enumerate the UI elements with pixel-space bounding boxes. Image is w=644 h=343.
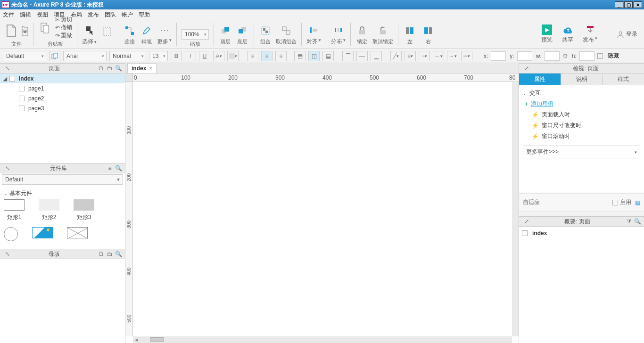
valign-top[interactable]: ⬒ [294, 51, 305, 61]
shape-ellipse[interactable] [4, 227, 18, 241]
menu-file[interactable]: 文件 [3, 11, 14, 19]
menu-publish[interactable]: 发布 [88, 11, 99, 19]
collapse-icon[interactable]: ⤡ [4, 164, 11, 172]
underline-button[interactable]: U [199, 51, 210, 61]
filter-icon[interactable]: ⧩ [625, 218, 633, 225]
tree-item[interactable]: page2 [0, 93, 125, 103]
collapse-icon[interactable]: ⤢ [523, 65, 530, 72]
x-field[interactable] [491, 51, 506, 61]
add-folder-icon[interactable]: 🗀 [106, 65, 114, 72]
tab-style[interactable]: 样式 [603, 74, 644, 85]
region-tool-icon[interactable] [100, 25, 114, 38]
lock-icon[interactable] [355, 24, 369, 37]
menu-layout[interactable]: 布局 [71, 11, 82, 19]
fill-color-button[interactable]: ▾ [227, 51, 239, 61]
text-color-button[interactable]: A▾ [213, 51, 224, 61]
h-field[interactable] [579, 51, 594, 61]
canvas-tab[interactable]: index× [127, 63, 157, 73]
login-button[interactable]: 登录 [617, 30, 637, 38]
arrow-start[interactable]: ←▾ [433, 51, 444, 61]
outline-item[interactable]: index [522, 229, 641, 238]
publish-button[interactable]: 发布▾ [583, 24, 597, 44]
align-left-text[interactable]: ≡ [247, 51, 258, 61]
pen-tool-icon[interactable] [140, 24, 153, 37]
cut-row[interactable]: ✂剪切 [55, 16, 72, 24]
shape-rect3[interactable]: 矩形3 [74, 199, 94, 221]
style-combo[interactable]: Default [3, 51, 46, 61]
arrow-end[interactable]: →▾ [447, 51, 458, 61]
group-icon[interactable] [259, 24, 272, 37]
undo-row[interactable]: ↶撤销 [55, 24, 72, 32]
tree-item[interactable]: page1 [0, 83, 125, 93]
shape-rect2[interactable]: 矩形2 [39, 199, 59, 221]
distribute-icon[interactable] [332, 24, 345, 37]
tree-item[interactable]: page3 [0, 103, 125, 113]
valign-bot[interactable]: ⬓ [322, 51, 334, 61]
canvas[interactable] [133, 82, 512, 336]
canvas-area[interactable]: 0 100 200 300 400 500 600 700 80 100 200… [125, 74, 519, 343]
minimize-button[interactable]: _ [615, 1, 623, 8]
horizontal-scrollbar[interactable]: ◂ [133, 336, 512, 343]
w-field[interactable] [545, 51, 560, 61]
enable-checkbox[interactable] [612, 200, 618, 205]
lock-wh-icon[interactable]: ⯐ [562, 53, 568, 59]
italic-button[interactable]: I [185, 51, 196, 61]
border-top[interactable]: ▔ [342, 51, 354, 61]
line-color[interactable]: ╱▾ [390, 51, 402, 61]
border-mid[interactable]: ― [356, 51, 368, 61]
align-right-text[interactable]: ≡ [275, 51, 287, 61]
ungroup-icon[interactable] [280, 24, 293, 37]
event-page-load[interactable]: ⚡页面载入时 [531, 109, 640, 120]
event-window-scroll[interactable]: ⚡窗口滚动时 [531, 131, 640, 142]
shape-placeholder[interactable] [67, 227, 88, 241]
send-back-icon[interactable] [236, 24, 249, 37]
connect-tool-icon[interactable] [123, 24, 136, 37]
tab-properties[interactable]: 属性 [519, 74, 561, 85]
event-window-resize[interactable]: ⚡窗口尺寸改变时 [531, 120, 640, 131]
align-icon[interactable] [307, 24, 321, 37]
shape-rect1[interactable]: 矩形1 [4, 199, 25, 221]
align-center-text[interactable]: ≡ [261, 51, 272, 61]
hidden-checkbox[interactable] [597, 53, 603, 59]
font-combo[interactable]: Arial [63, 51, 107, 61]
style-copy-icon[interactable] [49, 51, 60, 61]
valign-mid[interactable]: ◫ [308, 51, 320, 61]
collapse-icon[interactable]: ⤢ [523, 218, 530, 225]
menu-help[interactable]: 帮助 [139, 11, 150, 19]
close-button[interactable]: ✕ [634, 1, 642, 8]
open-file-icon[interactable] [22, 25, 28, 31]
new-file-icon[interactable] [5, 24, 18, 37]
align-right-icon[interactable] [421, 24, 435, 37]
close-tab-icon[interactable]: × [149, 65, 152, 72]
library-combo[interactable]: Default [2, 174, 123, 185]
share-button[interactable]: 共享 [562, 24, 573, 44]
search-icon[interactable]: 🔍 [634, 218, 641, 225]
line-width[interactable]: ≡▾ [405, 51, 416, 61]
size-combo[interactable]: 13 [149, 51, 168, 61]
collapse-icon[interactable]: ⤡ [4, 250, 11, 258]
tree-root[interactable]: ◢index [0, 74, 125, 83]
search-icon[interactable]: 🔍 [115, 164, 122, 172]
paste-icon[interactable] [38, 21, 51, 34]
add-case[interactable]: +添加用例 [525, 98, 640, 109]
adaptive-settings-icon[interactable]: ▦ [635, 199, 640, 206]
add-page-icon[interactable]: 🗋 [98, 65, 105, 72]
unlock-icon[interactable] [376, 24, 389, 37]
line-style[interactable]: ┈▾ [419, 51, 430, 61]
save-file-icon[interactable] [22, 31, 28, 36]
more-tools-icon[interactable]: ⋯ [158, 24, 171, 37]
bold-button[interactable]: B [171, 51, 182, 61]
border-bot[interactable]: ▁ [371, 51, 382, 61]
vertical-scrollbar[interactable] [512, 82, 519, 336]
shape-image[interactable] [32, 227, 53, 241]
bring-front-icon[interactable] [219, 24, 232, 37]
collapse-icon[interactable]: ⤡ [4, 65, 11, 72]
y-field[interactable] [517, 51, 532, 61]
add-folder-icon[interactable]: 🗀 [106, 250, 114, 258]
more-events-combo[interactable]: 更多事件>>>▾ [523, 146, 640, 158]
search-icon[interactable]: 🔍 [115, 250, 122, 258]
zoom-combo[interactable]: 100% [182, 29, 209, 40]
maximize-button[interactable]: ▢ [624, 1, 633, 8]
search-icon[interactable]: 🔍 [115, 65, 122, 72]
line-pattern[interactable]: ═▾ [461, 51, 472, 61]
